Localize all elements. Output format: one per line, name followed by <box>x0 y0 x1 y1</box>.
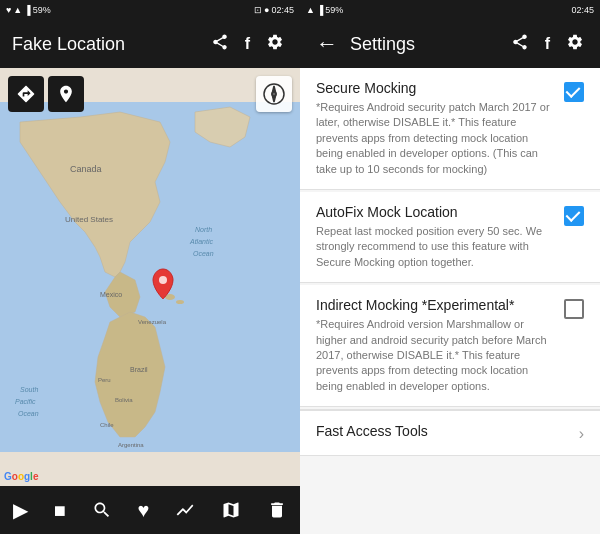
settings-item-title-secure-mocking: Secure Mocking <box>316 80 552 96</box>
svg-point-18 <box>159 276 167 284</box>
svg-text:Atlantic: Atlantic <box>189 238 213 245</box>
settings-button-left[interactable] <box>262 29 288 60</box>
settings-item-text-autofix: AutoFix Mock Location Repeat last mocked… <box>316 204 552 270</box>
svg-text:Bolivia: Bolivia <box>115 397 133 403</box>
delete-button[interactable] <box>259 492 295 528</box>
play-button[interactable]: ▶ <box>5 490 36 530</box>
settings-item-text-fast-access: Fast Access Tools <box>316 423 567 443</box>
signal-icon: ▲ <box>13 5 22 15</box>
map-nav-buttons <box>8 76 84 112</box>
map-svg: Canada United States Mexico North Atlant… <box>0 68 300 486</box>
map-view[interactable]: Canada United States Mexico North Atlant… <box>0 68 300 486</box>
dual-status-bar: ♥ ▲ ▐ 59% ⊡ ● 02:45 ▲ ▐ 59% 02:45 <box>0 0 600 20</box>
left-app-bar: Fake Location f <box>0 20 300 68</box>
dot-icon: ● <box>264 5 269 15</box>
settings-item-text-secure-mocking: Secure Mocking *Requires Android securit… <box>316 80 552 177</box>
camera-icon: ⊡ <box>254 5 262 15</box>
right-battery-icon: ▐ <box>317 5 323 15</box>
svg-text:Argentina: Argentina <box>118 442 144 448</box>
stop-button[interactable]: ■ <box>46 491 74 530</box>
left-status-bar: ♥ ▲ ▐ 59% ⊡ ● 02:45 <box>0 0 300 20</box>
left-status-right-icons: ⊡ ● 02:45 <box>254 5 294 15</box>
right-status-icons: ▲ ▐ 59% <box>306 5 343 15</box>
settings-item-secure-mocking: Secure Mocking *Requires Android securit… <box>300 68 600 190</box>
settings-item-title-autofix: AutoFix Mock Location <box>316 204 552 220</box>
compass-button[interactable] <box>256 76 292 112</box>
bottom-toolbar: ▶ ■ ♥ <box>0 486 300 534</box>
battery-pct-left: 59% <box>33 5 51 15</box>
search-button[interactable] <box>84 492 120 528</box>
share-button[interactable] <box>207 29 233 60</box>
svg-text:Venezuela: Venezuela <box>138 319 167 325</box>
autofix-checkbox[interactable] <box>564 206 584 226</box>
svg-text:Peru: Peru <box>98 377 111 383</box>
facebook-button[interactable]: f <box>241 31 254 57</box>
svg-text:Ocean: Ocean <box>193 250 214 257</box>
svg-text:Ocean: Ocean <box>18 410 39 417</box>
svg-point-2 <box>176 300 184 304</box>
left-panel: Fake Location f <box>0 20 300 534</box>
right-time: 02:45 <box>571 5 594 15</box>
svg-text:Brazil: Brazil <box>130 366 148 373</box>
svg-text:Mexico: Mexico <box>100 291 122 298</box>
route-button[interactable] <box>167 492 203 528</box>
right-signal-icon: ▲ <box>306 5 315 15</box>
left-status-icons: ♥ ▲ ▐ 59% <box>6 5 51 15</box>
svg-text:United States: United States <box>65 215 113 224</box>
map-location-button[interactable] <box>48 76 84 112</box>
app-title: Fake Location <box>12 34 199 55</box>
google-logo: Google <box>4 471 38 482</box>
secure-mocking-checkbox[interactable] <box>564 82 584 102</box>
svg-text:Pacific: Pacific <box>15 398 36 405</box>
main-panels: Fake Location f <box>0 20 600 534</box>
settings-app-bar: ← Settings f <box>300 20 600 68</box>
settings-item-desc-indirect: *Requires Android version Marshmallow or… <box>316 317 552 394</box>
svg-text:Chile: Chile <box>100 422 114 428</box>
settings-item-desc-secure-mocking: *Requires Android security patch March 2… <box>316 100 552 177</box>
map-navigate-button[interactable] <box>8 76 44 112</box>
settings-item-autofix: AutoFix Mock Location Repeat last mocked… <box>300 192 600 283</box>
share-button-right[interactable] <box>507 29 533 60</box>
svg-text:North: North <box>195 226 212 233</box>
right-panel: ← Settings f Secure Mocking *Requires An… <box>300 20 600 534</box>
left-time: 02:45 <box>271 5 294 15</box>
right-status-right-icons: 02:45 <box>571 5 594 15</box>
svg-point-21 <box>272 92 276 96</box>
fast-access-chevron: › <box>579 425 584 443</box>
right-status-bar: ▲ ▐ 59% 02:45 <box>300 0 600 20</box>
settings-item-title-indirect: Indirect Mocking *Experimental* <box>316 297 552 313</box>
favorite-button[interactable]: ♥ <box>130 491 158 530</box>
settings-item-text-indirect: Indirect Mocking *Experimental* *Require… <box>316 297 552 394</box>
back-button[interactable]: ← <box>312 27 342 61</box>
svg-text:Canada: Canada <box>70 164 102 174</box>
map-button[interactable] <box>213 492 249 528</box>
settings-item-fast-access: Fast Access Tools › <box>300 409 600 456</box>
svg-text:South: South <box>20 386 38 393</box>
settings-item-desc-autofix: Repeat last mocked position every 50 sec… <box>316 224 552 270</box>
facebook-button-right[interactable]: f <box>541 31 554 57</box>
settings-content: Secure Mocking *Requires Android securit… <box>300 68 600 534</box>
location-icon: ♥ <box>6 5 11 15</box>
settings-item-indirect: Indirect Mocking *Experimental* *Require… <box>300 285 600 407</box>
settings-button-right[interactable] <box>562 29 588 60</box>
indirect-mocking-checkbox[interactable] <box>564 299 584 319</box>
battery-pct-right: 59% <box>325 5 343 15</box>
settings-title: Settings <box>350 34 499 55</box>
settings-item-title-fast-access: Fast Access Tools <box>316 423 567 439</box>
battery-icon: ▐ <box>24 5 30 15</box>
